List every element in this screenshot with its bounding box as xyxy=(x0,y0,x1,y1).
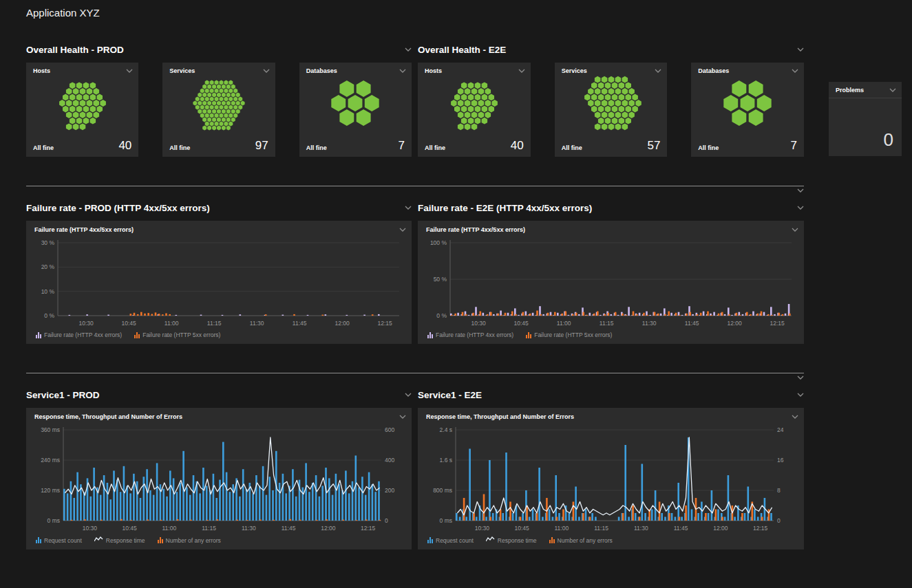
svg-text:11:30: 11:30 xyxy=(250,320,264,327)
bars-icon xyxy=(549,537,555,543)
service-e2e-chart[interactable]: 0 ms800 ms1.6 s2.4 s08162410:3010:4511:0… xyxy=(424,422,798,534)
services-honeycomb[interactable] xyxy=(563,75,659,131)
bars-icon xyxy=(526,332,531,338)
health-tile-services-prod[interactable]: Services All fine97 xyxy=(162,63,275,157)
svg-text:50 %: 50 % xyxy=(433,276,447,283)
svg-text:10:45: 10:45 xyxy=(514,525,529,532)
svg-text:600: 600 xyxy=(385,426,394,433)
databases-honeycomb[interactable] xyxy=(699,75,796,131)
chevron-down-icon[interactable] xyxy=(399,415,406,419)
svg-text:0 ms: 0 ms xyxy=(439,517,452,524)
svg-text:20 %: 20 % xyxy=(41,263,55,270)
health-tile-services-e2e[interactable]: Services All fine57 xyxy=(555,63,668,157)
section-title-health-e2e: Overall Health - E2E xyxy=(418,45,506,55)
svg-text:11:15: 11:15 xyxy=(599,320,613,327)
legend-item-response-time[interactable]: Response time xyxy=(486,536,537,544)
chevron-down-icon[interactable] xyxy=(797,393,804,397)
dashboard: Application XYZ Overall Health - PROD Ho… xyxy=(0,0,912,549)
svg-text:11:45: 11:45 xyxy=(293,320,307,327)
svg-text:11:30: 11:30 xyxy=(242,525,256,532)
chevron-down-icon[interactable] xyxy=(792,228,798,232)
chevron-down-icon[interactable] xyxy=(263,69,270,73)
legend-item-response-time[interactable]: Response time xyxy=(94,536,145,544)
chevron-down-icon[interactable] xyxy=(518,69,525,73)
hosts-honeycomb[interactable] xyxy=(34,75,131,131)
chevron-down-icon[interactable] xyxy=(889,88,896,92)
service-prod-chart[interactable]: 0 ms120 ms240 ms360 ms020040060010:3010:… xyxy=(32,422,406,534)
svg-text:11:45: 11:45 xyxy=(684,320,699,327)
chevron-down-icon[interactable] xyxy=(405,206,412,210)
svg-text:12:15: 12:15 xyxy=(770,320,785,327)
svg-text:16: 16 xyxy=(777,457,784,464)
problems-count: 0 xyxy=(829,129,902,156)
tile-title: Databases xyxy=(306,67,337,74)
svg-text:11:15: 11:15 xyxy=(207,320,222,327)
chevron-down-icon[interactable] xyxy=(797,47,804,52)
legend-item-request-count[interactable]: Request count xyxy=(427,537,474,544)
svg-text:0 ms: 0 ms xyxy=(47,517,60,524)
svg-text:0 %: 0 % xyxy=(436,312,447,319)
svg-text:24: 24 xyxy=(777,426,784,433)
tile-title: Hosts xyxy=(425,67,442,74)
health-tile-databases-prod[interactable]: Databases All fine7 xyxy=(299,63,412,157)
problems-group: Problems 0 xyxy=(829,43,902,156)
svg-text:11:00: 11:00 xyxy=(165,320,179,327)
svg-text:11:45: 11:45 xyxy=(673,525,688,532)
failure-rate-e2e-chart[interactable]: 0 %50 %100 %10:3010:4511:0011:1511:3011:… xyxy=(424,235,798,329)
chevron-down-icon[interactable] xyxy=(405,47,412,52)
svg-text:100 %: 100 % xyxy=(430,239,447,246)
svg-text:360 ms: 360 ms xyxy=(41,426,60,433)
health-tile-hosts-prod[interactable]: Hosts All fine40 xyxy=(26,63,138,157)
status-label: All fine xyxy=(698,144,719,151)
legend-item-5xx[interactable]: Failure rate (HTTP 5xx errors) xyxy=(526,331,612,338)
status-label: All fine xyxy=(425,144,445,151)
entity-count: 7 xyxy=(399,140,405,151)
legend-item-4xx[interactable]: Failure rate (HTTP 4xx errors) xyxy=(36,331,122,338)
chart-tile-service-e2e: Response time, Throughput and Number of … xyxy=(418,408,804,549)
svg-text:0: 0 xyxy=(385,517,388,524)
chevron-down-icon[interactable] xyxy=(797,375,804,380)
entity-count: 97 xyxy=(255,140,268,151)
entity-count: 40 xyxy=(511,140,524,151)
health-tile-databases-e2e[interactable]: Databases All fine7 xyxy=(691,63,804,157)
health-e2e-group: Overall Health - E2E Hosts All fine40 Se… xyxy=(418,43,804,157)
tile-title: Databases xyxy=(698,67,729,74)
chevron-down-icon[interactable] xyxy=(399,69,406,73)
section-title-failure-e2e: Failure rate - E2E (HTTP 4xx/5xx errors) xyxy=(418,203,592,213)
health-tile-hosts-e2e[interactable]: Hosts All fine40 xyxy=(418,63,531,157)
chevron-down-icon[interactable] xyxy=(797,206,804,210)
legend-item-4xx[interactable]: Failure rate (HTTP 4xx errors) xyxy=(427,331,513,338)
svg-text:11:00: 11:00 xyxy=(554,525,569,532)
svg-text:12:00: 12:00 xyxy=(335,320,350,327)
services-honeycomb[interactable] xyxy=(171,75,267,131)
chart-tile-failure-prod: Failure rate (HTTP 4xx/5xx errors) 0 %10… xyxy=(26,221,412,344)
svg-text:11:30: 11:30 xyxy=(641,320,656,327)
line-icon xyxy=(486,536,495,544)
bars-icon xyxy=(36,332,41,338)
chevron-down-icon[interactable] xyxy=(655,69,661,73)
svg-text:2.4 s: 2.4 s xyxy=(439,426,452,433)
svg-text:12:00: 12:00 xyxy=(727,320,742,327)
legend-item-5xx[interactable]: Failure rate (HTTP 5xx errors) xyxy=(134,331,220,338)
failure-rate-prod-chart[interactable]: 0 %10 %20 %30 %10:3010:4511:0011:1511:30… xyxy=(32,235,406,329)
problems-tile[interactable]: Problems 0 xyxy=(829,82,902,156)
legend-item-request-count[interactable]: Request count xyxy=(36,537,82,544)
chevron-down-icon[interactable] xyxy=(797,188,804,193)
svg-text:11:45: 11:45 xyxy=(282,525,296,532)
failure-rate-row: Failure rate - PROD (HTTP 4xx/5xx errors… xyxy=(26,202,902,344)
svg-text:11:30: 11:30 xyxy=(634,525,648,532)
chevron-down-icon[interactable] xyxy=(405,393,412,397)
chevron-down-icon[interactable] xyxy=(126,69,133,73)
chevron-down-icon[interactable] xyxy=(399,228,406,232)
hosts-honeycomb[interactable] xyxy=(426,75,522,131)
chevron-down-icon[interactable] xyxy=(792,69,798,73)
legend-item-errors[interactable]: Number of any errors xyxy=(158,537,221,544)
legend-item-errors[interactable]: Number of any errors xyxy=(549,537,613,544)
chart-tile-failure-e2e: Failure rate (HTTP 4xx/5xx errors) 0 %50… xyxy=(418,221,804,344)
service-row: Service1 - PROD Response time, Throughpu… xyxy=(26,389,902,549)
chart-tile-service-prod: Response time, Throughput and Number of … xyxy=(26,408,412,549)
databases-honeycomb[interactable] xyxy=(307,75,403,131)
bars-icon xyxy=(158,537,163,543)
chevron-down-icon[interactable] xyxy=(792,415,798,419)
entity-count: 40 xyxy=(118,140,131,151)
